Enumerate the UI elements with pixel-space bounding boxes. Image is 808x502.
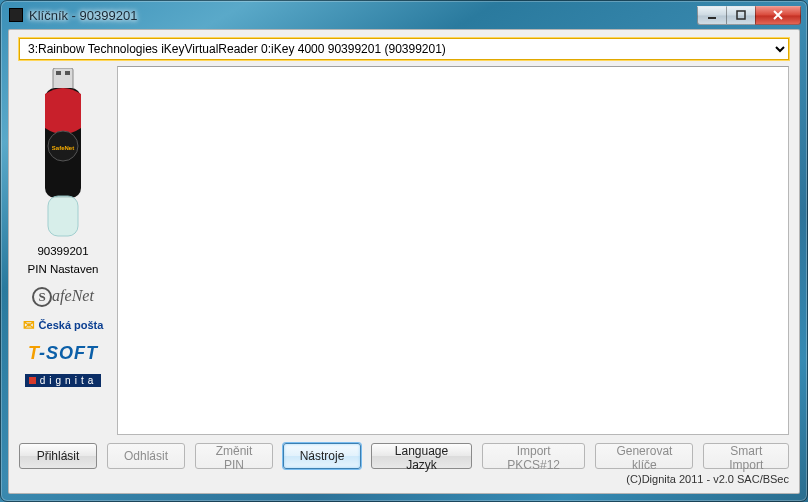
sidebar: SafeNet 90399201 PIN Nastaven SafeNet ✉Č… (19, 66, 107, 435)
logo-dignita: dignita (22, 374, 104, 387)
svg-rect-8 (48, 196, 78, 236)
reader-select[interactable]: 3:Rainbow Technologies iKeyVirtualReader… (19, 38, 789, 60)
window-title: Klíčník - 90399201 (29, 8, 137, 23)
svg-rect-0 (708, 17, 716, 19)
logo-ceska-posta: ✉Česká pošta (22, 317, 104, 333)
usb-token-icon: SafeNet (35, 68, 91, 240)
button-row: Přihlásit Odhlásit Změnit PIN Nástroje L… (19, 443, 789, 469)
smart-import-button[interactable]: Smart Import (703, 443, 789, 469)
status-bar: (C)Dignita 2011 - v2.0 SAC/BSec (19, 473, 789, 485)
tools-button[interactable]: Nástroje (283, 443, 361, 469)
app-window: Klíčník - 90399201 3:Rainbow Technologie… (0, 0, 808, 502)
logout-button[interactable]: Odhlásit (107, 443, 185, 469)
login-button[interactable]: Přihlásit (19, 443, 97, 469)
language-button[interactable]: Language Jazyk (371, 443, 472, 469)
minimize-button[interactable] (697, 6, 727, 25)
reader-row: 3:Rainbow Technologies iKeyVirtualReader… (19, 38, 789, 60)
maximize-icon (736, 10, 746, 20)
app-icon (9, 8, 23, 22)
device-pin-status: PIN Nastaven (28, 262, 99, 276)
import-pkcs12-button[interactable]: Import PKCS#12 (482, 443, 585, 469)
logo-tsoft: T-SOFT (22, 343, 104, 364)
svg-text:SafeNet: SafeNet (52, 145, 74, 151)
window-controls (698, 6, 801, 25)
maximize-button[interactable] (726, 6, 756, 25)
svg-rect-3 (56, 71, 61, 75)
svg-rect-1 (737, 11, 745, 19)
middle-area: SafeNet 90399201 PIN Nastaven SafeNet ✉Č… (19, 66, 789, 435)
close-button[interactable] (755, 6, 801, 25)
content-pane (117, 66, 789, 435)
generate-keys-button[interactable]: Generovat klíče (595, 443, 693, 469)
logo-safenet: SafeNet (22, 287, 104, 307)
change-pin-button[interactable]: Změnit PIN (195, 443, 273, 469)
minimize-icon (707, 10, 717, 20)
device-serial: 90399201 (37, 244, 88, 258)
close-icon (772, 10, 784, 20)
titlebar[interactable]: Klíčník - 90399201 (1, 1, 807, 29)
client-area: 3:Rainbow Technologies iKeyVirtualReader… (8, 29, 800, 494)
svg-rect-4 (65, 71, 70, 75)
